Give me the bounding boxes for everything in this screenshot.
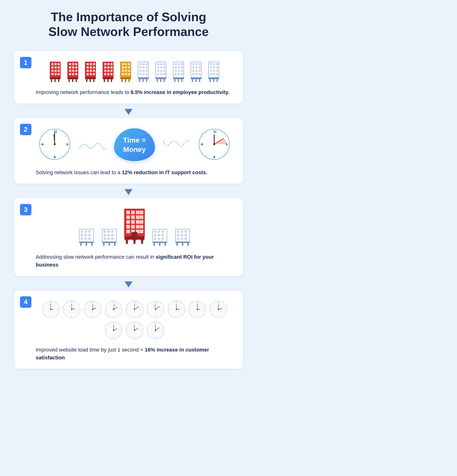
- svg-text:9: 9: [106, 330, 107, 331]
- svg-rect-272: [158, 230, 160, 233]
- svg-text:3: 3: [119, 309, 120, 310]
- svg-rect-65: [104, 79, 105, 82]
- building-gray-1: [136, 61, 150, 82]
- clock-right: 12 3 6 9: [198, 128, 231, 162]
- svg-rect-103: [156, 77, 166, 79]
- svg-rect-252: [136, 220, 139, 224]
- svg-rect-168: [213, 79, 214, 82]
- small-clock-12: 12 3 6 9: [146, 321, 165, 340]
- svg-rect-248: [136, 215, 139, 219]
- section-number-1: 1: [20, 57, 31, 68]
- svg-rect-261: [140, 230, 143, 233]
- svg-rect-242: [126, 211, 130, 214]
- svg-rect-67: [111, 79, 112, 82]
- svg-text:3: 3: [77, 309, 78, 310]
- svg-rect-70: [122, 63, 124, 65]
- svg-rect-289: [181, 234, 183, 236]
- svg-rect-99: [139, 79, 140, 82]
- svg-rect-288: [177, 234, 179, 236]
- svg-rect-92: [146, 66, 148, 68]
- svg-rect-90: [139, 66, 142, 68]
- svg-rect-255: [131, 225, 135, 229]
- svg-rect-116: [157, 79, 158, 82]
- svg-rect-120: [173, 77, 184, 79]
- svg-rect-214: [81, 230, 83, 233]
- svg-rect-117: [160, 79, 161, 82]
- svg-rect-113: [157, 73, 159, 75]
- svg-rect-38: [93, 63, 95, 65]
- svg-text:3: 3: [66, 143, 68, 146]
- svg-rect-273: [162, 230, 164, 233]
- svg-rect-35: [85, 77, 96, 79]
- small-clock-10: 12 3 6 9: [104, 321, 123, 340]
- section-4-content: 12 3 6 9 12 3 6 9 12 3: [36, 298, 233, 362]
- svg-text:6: 6: [213, 155, 215, 159]
- svg-rect-140: [198, 63, 201, 65]
- svg-rect-247: [131, 215, 135, 219]
- svg-rect-27: [75, 70, 77, 72]
- svg-rect-64: [110, 73, 113, 75]
- section-3-card: 3: [14, 198, 243, 276]
- building-small-3: [150, 227, 169, 247]
- svg-rect-164: [210, 73, 212, 75]
- svg-point-313: [71, 309, 72, 310]
- svg-rect-75: [128, 66, 130, 68]
- svg-rect-157: [216, 63, 218, 65]
- svg-rect-11: [51, 73, 54, 75]
- svg-rect-3: [54, 63, 57, 65]
- svg-rect-98: [146, 73, 148, 75]
- svg-rect-217: [81, 234, 83, 236]
- svg-rect-21: [75, 63, 77, 65]
- svg-rect-148: [195, 73, 198, 75]
- svg-rect-167: [210, 79, 211, 82]
- svg-rect-43: [90, 70, 92, 72]
- svg-text:6: 6: [71, 315, 72, 317]
- svg-text:9: 9: [64, 309, 65, 310]
- building-red-2: [66, 61, 80, 82]
- svg-rect-78: [128, 70, 130, 72]
- svg-rect-55: [110, 63, 113, 65]
- small-clock-7: 12 3 6 9: [167, 300, 186, 319]
- svg-rect-233: [111, 234, 114, 236]
- svg-rect-280: [153, 243, 155, 246]
- svg-point-345: [155, 309, 156, 310]
- svg-rect-59: [104, 70, 106, 72]
- svg-rect-162: [213, 70, 215, 72]
- svg-rect-213: [79, 242, 93, 243]
- svg-rect-166: [216, 73, 218, 75]
- svg-rect-72: [128, 63, 130, 65]
- svg-rect-13: [58, 73, 60, 75]
- svg-rect-5: [51, 66, 54, 68]
- svg-rect-48: [86, 79, 87, 82]
- svg-rect-229: [107, 230, 110, 233]
- svg-text:12: 12: [175, 302, 177, 303]
- svg-rect-100: [143, 79, 144, 82]
- svg-rect-270: [152, 242, 167, 243]
- arrow-1-2: [123, 107, 135, 117]
- svg-rect-279: [162, 238, 164, 240]
- small-clock-8: 12 3 6 9: [188, 300, 207, 319]
- svg-rect-128: [178, 70, 180, 72]
- svg-rect-163: [216, 70, 218, 72]
- svg-rect-265: [141, 240, 143, 244]
- svg-rect-82: [121, 79, 123, 82]
- svg-text:12: 12: [113, 323, 114, 324]
- svg-text:6: 6: [218, 315, 219, 317]
- svg-rect-235: [107, 238, 110, 240]
- svg-text:9: 9: [43, 309, 44, 310]
- svg-rect-111: [160, 70, 162, 72]
- svg-rect-86: [138, 77, 149, 79]
- svg-text:3: 3: [56, 309, 57, 310]
- svg-rect-155: [210, 63, 212, 65]
- svg-rect-61: [110, 70, 113, 72]
- svg-text:9: 9: [42, 143, 43, 146]
- building-gray-5: [207, 61, 221, 82]
- section-number-4: 4: [20, 296, 31, 308]
- svg-rect-133: [174, 79, 175, 82]
- small-clock-2: 12 3 6 9: [62, 300, 81, 319]
- svg-rect-26: [72, 70, 74, 72]
- svg-rect-169: [217, 79, 218, 82]
- section-1-content: Improving network performance leads to 6…: [36, 58, 233, 96]
- svg-rect-219: [88, 234, 91, 236]
- building-small-1: [77, 227, 96, 247]
